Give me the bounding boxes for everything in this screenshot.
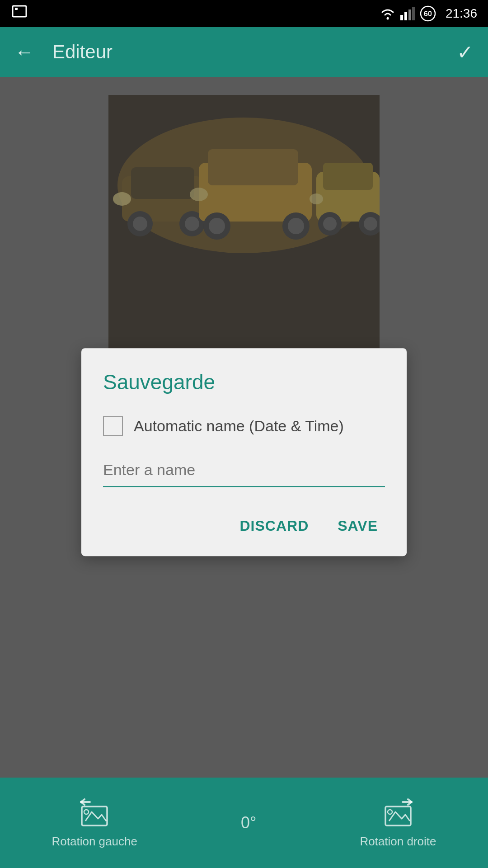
auto-name-checkbox[interactable] bbox=[103, 416, 123, 436]
dialog-actions: DISCARD SAVE bbox=[103, 512, 385, 540]
confirm-button[interactable]: ✓ bbox=[457, 41, 474, 64]
main-content: Sauvegarde Automatic name (Date & Time) … bbox=[0, 77, 488, 778]
top-bar: ← Editeur ✓ bbox=[0, 27, 488, 77]
name-input-wrapper bbox=[103, 458, 385, 487]
notification-icon bbox=[11, 4, 28, 23]
svg-point-37 bbox=[388, 810, 392, 814]
wifi-icon bbox=[380, 7, 396, 20]
status-time: 21:36 bbox=[446, 6, 477, 21]
save-button[interactable]: SAVE bbox=[330, 512, 385, 540]
svg-rect-3 bbox=[400, 15, 403, 20]
svg-rect-1 bbox=[15, 8, 18, 10]
bottom-toolbar: Rotation gauche 0° Rotation droite bbox=[0, 778, 488, 868]
rotation-left-icon bbox=[76, 797, 113, 829]
back-button[interactable]: ← bbox=[14, 41, 34, 63]
battery-icon: 60 bbox=[419, 5, 436, 22]
svg-point-2 bbox=[386, 18, 389, 20]
rotation-left-item[interactable]: Rotation gauche bbox=[52, 797, 137, 849]
discard-button[interactable]: DISCARD bbox=[232, 512, 316, 540]
status-icons: 60 21:36 bbox=[380, 5, 477, 22]
rotation-right-item[interactable]: Rotation droite bbox=[360, 797, 436, 849]
rotation-center: 0° bbox=[241, 813, 256, 832]
rotation-right-label: Rotation droite bbox=[360, 835, 436, 849]
rotation-value: 0° bbox=[241, 813, 256, 832]
dialog-title: Sauvegarde bbox=[103, 370, 385, 394]
svg-rect-4 bbox=[404, 12, 407, 20]
page-title: Editeur bbox=[52, 41, 113, 63]
svg-rect-5 bbox=[408, 9, 411, 20]
status-bar: 60 21:36 bbox=[0, 0, 488, 27]
svg-rect-6 bbox=[412, 7, 415, 20]
signal-icon bbox=[400, 7, 415, 20]
name-input[interactable] bbox=[103, 458, 385, 482]
svg-point-34 bbox=[84, 810, 89, 814]
svg-rect-0 bbox=[13, 6, 26, 17]
rotation-right-icon bbox=[380, 797, 416, 829]
checkbox-label: Automatic name (Date & Time) bbox=[134, 417, 344, 435]
rotation-left-label: Rotation gauche bbox=[52, 835, 137, 849]
checkbox-row: Automatic name (Date & Time) bbox=[103, 416, 385, 436]
svg-text:60: 60 bbox=[424, 10, 432, 18]
save-dialog: Sauvegarde Automatic name (Date & Time) … bbox=[81, 348, 407, 556]
